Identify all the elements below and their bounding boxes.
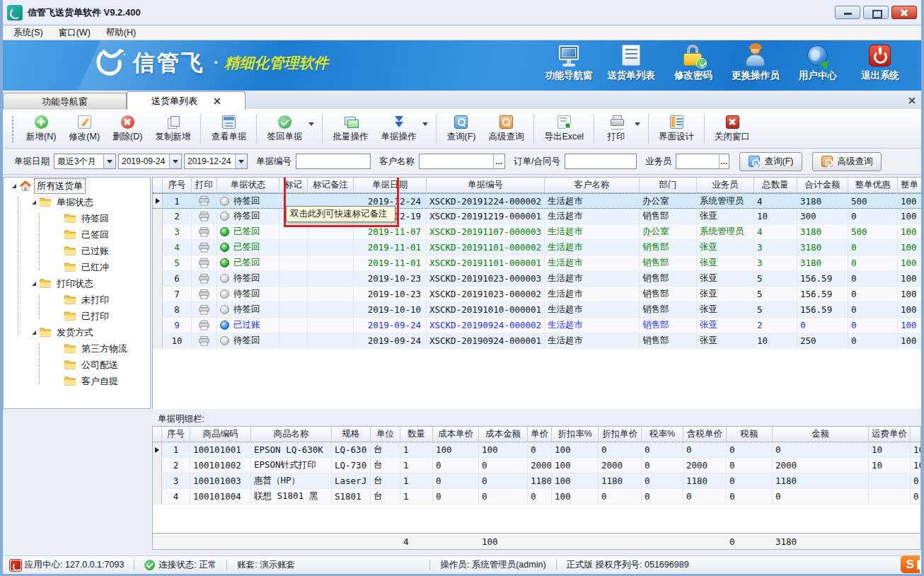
column-header[interactable]: 单位 (371, 427, 400, 442)
order-row[interactable]: 8待签回2019-10-10XSCKD-20191010-000001生活超市销… (153, 302, 921, 318)
order-row[interactable]: 2待签回2019-12-19XSCKD-20191219-000001生活超市销… (153, 209, 921, 224)
chevron-down-icon[interactable] (235, 154, 247, 168)
column-header[interactable]: 总数量 (754, 178, 797, 192)
tree-item[interactable]: 已打印 (4, 308, 150, 324)
menu-item[interactable]: 系统(S) (6, 25, 51, 40)
order-row[interactable]: 9已过账2019-09-24XSCKD-20190924-000002生活超市销… (153, 318, 921, 333)
tree-item-root[interactable]: 所有送货单 (4, 178, 150, 194)
column-header[interactable]: 客户名称 (545, 178, 640, 192)
tree-item[interactable]: 已签回 (4, 226, 150, 243)
chevron-down-icon[interactable] (308, 122, 314, 126)
column-header[interactable]: 税额 (727, 427, 773, 442)
column-header[interactable]: 序号 (162, 427, 190, 442)
toolbar-button-delete[interactable]: 删除(D) (106, 113, 149, 145)
column-header[interactable]: 数量 (400, 427, 433, 442)
tab-nav-window[interactable]: 功能导航窗 (3, 93, 127, 110)
toolbar-button-design[interactable]: 界面设计 (652, 113, 700, 145)
column-header[interactable]: 成本金额 (479, 427, 528, 442)
column-header[interactable]: 标记备注 (308, 178, 354, 192)
tabstrip-close-icon[interactable] (908, 96, 916, 104)
column-header[interactable]: 商品名称 (251, 427, 332, 442)
tree-item[interactable]: 已过账 (4, 243, 150, 259)
tree-group-1[interactable]: 打印状态 (4, 275, 150, 292)
expand-triangle-icon[interactable] (12, 184, 16, 188)
tree-group-2[interactable]: 发货方式 (4, 324, 150, 340)
expand-triangle-icon[interactable] (32, 200, 36, 205)
column-header[interactable]: 单据状态 (217, 178, 279, 192)
toolbar-button-docops[interactable]: 单据操作 (374, 113, 422, 145)
column-header[interactable]: 折扣率% (552, 427, 599, 442)
maximize-button[interactable] (863, 6, 889, 19)
date-from-select[interactable]: 2019-09-24 (118, 154, 182, 169)
date-to-select[interactable]: 2019-12-24 (184, 154, 248, 169)
toolbar-button-magorange[interactable]: 高级查询 (482, 113, 530, 145)
chevron-down-icon[interactable] (422, 122, 428, 126)
banner-action-lock[interactable]: 修改密码 (662, 45, 724, 87)
banner-action-globe[interactable]: 用户中心 (787, 45, 849, 87)
advanced-query-button[interactable]: 高级查询 (812, 152, 882, 171)
bill-no-input[interactable] (296, 154, 370, 168)
date-range-select[interactable]: 最近3个月 (54, 154, 116, 169)
toolbar-button-batch[interactable]: 批量操作 (326, 113, 374, 145)
column-header[interactable]: 业务员 (697, 178, 754, 192)
toolbar-button-print[interactable]: 打印 (598, 113, 635, 145)
order-row[interactable]: 10待签回2019-09-24XSCKD-20190924-000001生活超市… (153, 333, 921, 349)
banner-action-list[interactable]: 送货单列表 (600, 45, 662, 87)
salesman-lookup-button[interactable]: … (719, 154, 729, 168)
tree-item[interactable]: 客户自提 (4, 373, 150, 389)
tree-item[interactable]: 已红冲 (4, 259, 150, 275)
column-header[interactable] (911, 427, 921, 442)
order-no-input[interactable] (565, 154, 636, 168)
minimize-button[interactable] (835, 6, 860, 19)
banner-action-monitor[interactable]: 功能导航窗 (538, 45, 600, 87)
detail-row[interactable]: 1100101001EPSON LQ-630KLQ-630台1100100010… (153, 442, 920, 458)
toolbar-button-view[interactable]: 查看单据 (204, 113, 253, 145)
tab-delivery-list[interactable]: 送货单列表 (127, 91, 246, 110)
column-header[interactable]: 单据编号 (427, 178, 545, 192)
column-header[interactable]: 序号 (163, 178, 192, 192)
toolbar-button-excel[interactable]: 导出Excel (538, 113, 590, 145)
detail-row[interactable]: 4100101004联想 S1801 黑S1801台1000100000000 (153, 489, 920, 505)
order-row[interactable]: 1待签回2019-12-24XSCKD-20191224-000002生活超市办… (153, 193, 921, 209)
expand-triangle-icon[interactable] (32, 330, 36, 335)
toolbar-button-edit[interactable]: 修改(M) (62, 113, 106, 145)
column-header[interactable]: 整单优惠 (848, 178, 898, 192)
column-header[interactable]: 成本单价 (433, 427, 479, 442)
detail-row[interactable]: 3100101003惠普（HP）LaserJ台10011801001180011… (153, 473, 920, 489)
toolbar-button-copy[interactable]: 复制新增 (149, 113, 197, 145)
column-header[interactable]: 合计金额 (797, 178, 848, 192)
column-header[interactable]: 标记 (279, 178, 308, 192)
banner-action-user[interactable]: 更换操作员 (724, 45, 787, 87)
toolbar-button-closewin[interactable]: 关闭窗口 (708, 113, 756, 145)
toolbar-button-signback[interactable]: 签回单据 (260, 113, 308, 145)
toolbar-button-magblue[interactable]: 查询(F) (440, 113, 482, 145)
customer-lookup-button[interactable]: … (493, 154, 504, 168)
tree-item[interactable]: 待签回 (4, 210, 150, 226)
column-header[interactable]: 规格 (332, 427, 371, 442)
column-header[interactable]: 折扣单价 (599, 427, 642, 442)
column-header[interactable]: 单价 (528, 427, 552, 442)
toolbar-grip[interactable] (11, 115, 14, 142)
order-row[interactable]: 5已签回2019-11-01XSCKD-20191101-000001生活超市销… (153, 255, 921, 271)
order-row[interactable]: 7待签回2019-10-23XSCKD-20191023-000002生活超市销… (153, 287, 921, 302)
chevron-down-icon[interactable] (103, 154, 115, 168)
tree-item[interactable]: 未打印 (4, 292, 150, 308)
detail-row[interactable]: 2100101002EPSON针式打印LQ-730台10020001002000… (153, 458, 920, 473)
close-button[interactable] (891, 6, 917, 19)
banner-action-power[interactable]: 退出系统 (849, 45, 911, 87)
column-header[interactable]: 单据日期 (354, 178, 427, 192)
order-row[interactable]: 4已签回2019-11-01XSCKD-20191101-000002生活超市销… (153, 240, 921, 255)
column-header[interactable]: 金额 (773, 427, 869, 442)
menu-item[interactable]: 窗口(W) (51, 25, 98, 40)
query-button[interactable]: 查询(F) (739, 152, 802, 171)
chevron-down-icon[interactable] (635, 122, 640, 126)
order-row[interactable]: 3已签回2019-11-07XSCKD-20191107-000003生活超市办… (153, 224, 921, 240)
ime-badge[interactable]: S (901, 555, 920, 573)
salesman-input[interactable] (676, 154, 719, 168)
column-header[interactable]: 部门 (640, 178, 697, 192)
expand-triangle-icon[interactable] (32, 282, 36, 286)
column-header[interactable]: 税率% (642, 427, 683, 442)
column-header[interactable]: 打印 (192, 178, 217, 192)
customer-input[interactable] (420, 154, 493, 168)
toolbar-button-add[interactable]: 新增(N) (20, 113, 62, 145)
